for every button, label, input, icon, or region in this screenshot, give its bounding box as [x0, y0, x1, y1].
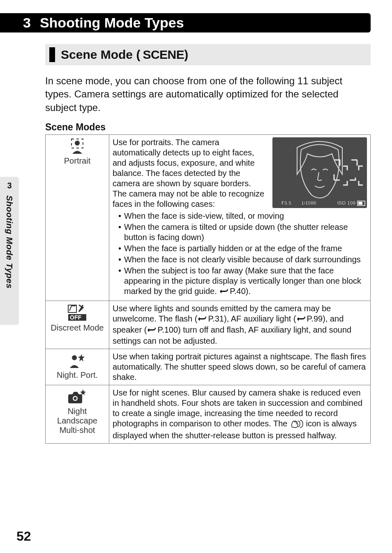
portrait-icon	[49, 138, 106, 155]
mode-desc-portrait: F5.5 1/1000 ISO 100 Use for portraits. T…	[109, 135, 371, 301]
chapter-title: Shooting Mode Types	[40, 15, 184, 31]
svg-point-8	[72, 355, 77, 360]
portrait-bullets: When the face is side-view, tilted, or m…	[118, 211, 367, 297]
list-item: When the face is not clearly visible bec…	[118, 255, 367, 265]
svg-rect-2	[272, 137, 367, 208]
mode-label: Night. Port.	[57, 370, 98, 379]
table-row: Night Landscape Multi-shot Use for night…	[46, 385, 371, 444]
reference-icon	[219, 287, 230, 297]
thumb-iso: ISO 100	[337, 200, 355, 206]
section-heading: Scene Mode ( SCENE )	[45, 44, 371, 65]
thumb-fnum: F5.5	[281, 200, 291, 206]
page-number: 52	[16, 529, 31, 544]
side-tab: 3 Shooting Mode Types	[0, 177, 19, 325]
svg-point-1	[75, 141, 80, 146]
chapter-bar: 3 Shooting Mode Types	[0, 13, 371, 32]
discreet-icon: OFF	[49, 304, 106, 322]
night-landscape-icon	[49, 389, 106, 405]
chapter-number: 3	[23, 15, 31, 31]
portrait-b5b: P.40).	[230, 287, 251, 296]
thumb-shutter: 1/1000	[301, 200, 316, 206]
scene-modes-table: Portrait	[45, 134, 371, 444]
list-item: When the subject is too far away (Make s…	[118, 266, 367, 297]
section-code: SCENE	[143, 48, 184, 62]
mode-label: Multi-shot	[49, 426, 106, 435]
section-title-close: )	[184, 48, 188, 62]
hand-shake-icon	[290, 420, 304, 430]
svg-point-10	[74, 397, 77, 400]
mode-label: Portrait	[64, 156, 90, 165]
mode-desc-nightland: Use for night scenes. Blur caused by cam…	[109, 385, 371, 444]
svg-text:OFF: OFF	[70, 314, 81, 321]
reference-icon	[296, 315, 307, 325]
intro-text: In scene mode, you can choose from one o…	[45, 74, 371, 114]
list-item: When the camera is tilted or upside down…	[118, 222, 367, 243]
nightport-text: Use when taking portrait pictures agains…	[113, 352, 367, 382]
mode-label: Night	[49, 407, 106, 416]
heading-marker	[49, 47, 55, 62]
svg-rect-4	[358, 202, 362, 205]
mode-cell-discreet: OFF Discreet Mode	[46, 301, 109, 349]
table-row: Portrait	[46, 135, 371, 301]
reference-icon	[147, 326, 157, 336]
mode-label: Discreet Mode	[51, 323, 104, 332]
portrait-sample-image: F5.5 1/1000 ISO 100	[272, 137, 367, 208]
sub-heading: Scene Modes	[45, 122, 371, 133]
mode-desc-discreet: Use where lights and sounds emitted by t…	[109, 301, 371, 349]
side-tab-number: 3	[7, 181, 12, 190]
reference-icon	[197, 315, 208, 325]
discreet-r1: P.31), AF auxiliary light (	[208, 314, 296, 323]
mode-cell-nightland: Night Landscape Multi-shot	[46, 385, 109, 444]
section-title: Scene Mode (	[61, 48, 140, 62]
list-item: When the face is side-view, tilted, or m…	[118, 211, 367, 221]
table-row: Night. Port. Use when taking portrait pi…	[46, 349, 371, 385]
table-row: OFF Discreet Mode Use where lights and s…	[46, 301, 371, 349]
mode-label: Landscape	[49, 416, 106, 426]
mode-cell-nightport: Night. Port.	[46, 349, 109, 385]
mode-desc-nightport: Use when taking portrait pictures agains…	[109, 349, 371, 385]
night-portrait-icon	[49, 352, 106, 369]
list-item: When the face is partially hidden or at …	[118, 243, 367, 254]
side-tab-label: Shooting Mode Types	[5, 195, 14, 289]
mode-cell-portrait: Portrait	[46, 135, 109, 301]
